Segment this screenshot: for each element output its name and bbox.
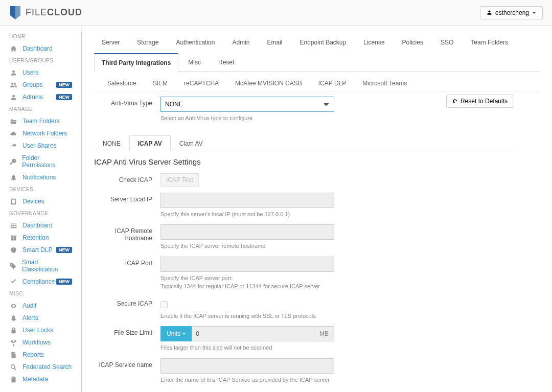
sidebar-item-smart-dlp[interactable]: Smart DLPNEW <box>0 244 81 256</box>
service-name-label: ICAP Service name <box>94 358 160 368</box>
refresh-icon <box>452 98 458 104</box>
sidebar-item-reports[interactable]: Reports <box>0 349 81 361</box>
user-menu-button[interactable]: esthercheng <box>480 6 543 19</box>
sidebar-item-metadata[interactable]: Metadata <box>0 373 81 385</box>
secure-icap-help: Enable if the ICAP server is running wit… <box>160 312 334 320</box>
sidebar-item-workflows[interactable]: Workflows <box>0 336 81 349</box>
archive-icon <box>9 235 17 241</box>
sidebar-section-header: GOVERNANCE <box>0 207 81 219</box>
sidebar-item-audit[interactable]: Audit <box>0 299 81 312</box>
secure-icap-checkbox[interactable] <box>160 301 168 308</box>
columns-icon <box>9 222 17 229</box>
inner-tab-none[interactable]: NONE <box>94 135 129 151</box>
user-icon <box>9 70 17 76</box>
icap-host-label: ICAP Remote Hostname <box>94 224 160 242</box>
tab-admin[interactable]: Admin <box>224 33 257 51</box>
file-size-input[interactable] <box>192 326 314 341</box>
sidebar-item-dashboard[interactable]: Dashboard <box>0 219 81 232</box>
sidebar-item-label: User Shares <box>22 142 57 149</box>
sidebar-section-header: MANAGE <box>0 103 81 115</box>
flow-icon <box>9 339 17 346</box>
sidebar-item-user-shares[interactable]: User Shares <box>0 140 81 152</box>
subtab-recaptcha[interactable]: reCAPTCHA <box>177 76 226 91</box>
share-icon <box>9 143 17 149</box>
sidebar-item-admins[interactable]: AdminsNEW <box>0 91 81 103</box>
tab-endpoint-backup[interactable]: Endpoint Backup <box>292 33 354 51</box>
tab-authentication[interactable]: Authentication <box>168 33 222 51</box>
sidebar-item-team-folders[interactable]: Team Folders <box>0 115 81 127</box>
reset-defaults-button[interactable]: Reset to Defaults <box>446 95 513 108</box>
home-icon <box>9 45 17 52</box>
subtab-microsoft-teams[interactable]: Microsoft Teams <box>355 76 414 91</box>
tab-server[interactable]: Server <box>94 33 127 51</box>
tab-misc[interactable]: Misc <box>180 53 209 72</box>
new-badge: NEW <box>56 94 72 100</box>
subtab-icap-dlp[interactable]: ICAP DLP <box>311 76 353 91</box>
folder-open-icon <box>9 118 17 125</box>
top-bar: FILECLOUD esthercheng <box>0 0 552 26</box>
sidebar-item-label: Notifications <box>22 174 56 181</box>
tab-policies[interactable]: Policies <box>395 33 431 51</box>
icap-port-help: Specify the ICAP server port. Typically … <box>160 274 334 291</box>
inner-tab-clam-av[interactable]: Clam AV <box>171 135 212 151</box>
sidebar-item-label: Metadata <box>22 376 48 383</box>
sidebar-item-folder-permissions[interactable]: Folder Permissions <box>0 152 81 171</box>
sidebar-section-header: DEVICES <box>0 183 81 195</box>
icap-port-input[interactable] <box>160 257 334 272</box>
subtab-salesforce[interactable]: Salesforce <box>100 76 144 91</box>
sidebar-item-alerts[interactable]: Alerts <box>0 312 81 324</box>
icap-host-help: Specify the ICAP server remote hostname <box>160 242 334 250</box>
sidebar-item-smart-classification[interactable]: Smart Classification <box>0 256 81 275</box>
eye-icon <box>9 303 17 309</box>
sidebar-item-compliance[interactable]: ComplianceNEW <box>0 275 81 288</box>
key-icon <box>9 158 17 165</box>
tab-sso[interactable]: SSO <box>433 33 461 51</box>
subtab-mcafee-mvision-casb[interactable]: McAfee MVISION CASB <box>228 76 309 91</box>
file-size-unit: MB <box>314 326 334 341</box>
debug-label: Enable Basic Debug Logging <box>94 390 160 392</box>
sidebar-item-network-folders[interactable]: Network Folders <box>0 127 81 140</box>
file-size-help: Files larger than this size will not be … <box>160 343 334 352</box>
server-ip-help: Specify this server's local IP (must not… <box>160 210 334 219</box>
sidebar-item-label: Smart DLP <box>22 246 53 253</box>
sidebar-item-federated-search[interactable]: Federated Search <box>0 361 81 373</box>
tab-reset[interactable]: Reset <box>211 53 242 72</box>
inner-tab-icap-av[interactable]: ICAP AV <box>129 135 171 151</box>
server-ip-label: Server Local IP <box>94 193 160 203</box>
av-type-help: Select an Anti-Virus type to configure <box>160 114 334 123</box>
icap-test-button[interactable]: ICAP Test <box>160 173 199 187</box>
sidebar-item-notifications[interactable]: Notifications <box>0 171 81 183</box>
tab-license[interactable]: License <box>356 33 392 51</box>
sidebar-item-users[interactable]: Users <box>0 66 81 79</box>
sidebar-item-groups[interactable]: GroupsNEW <box>0 79 81 91</box>
bell-icon <box>9 315 17 321</box>
sidebar-item-devices[interactable]: Devices <box>0 195 81 207</box>
subtab-siem[interactable]: SIEM <box>146 76 175 91</box>
tab-storage[interactable]: Storage <box>129 33 166 51</box>
service-name-input[interactable] <box>160 358 334 374</box>
sidebar-item-label: Alerts <box>22 314 38 321</box>
sidebar-item-label: Network Folders <box>22 130 67 137</box>
sidebar-item-label: Smart Classification <box>22 259 72 273</box>
icap-host-input[interactable] <box>160 224 334 240</box>
sidebar-item-user-locks[interactable]: User Locks <box>0 324 81 336</box>
av-type-select[interactable]: NONE <box>160 97 334 112</box>
lock-icon <box>9 327 17 334</box>
sidebar-item-label: Users <box>22 69 38 76</box>
sidebar-section-header: HOME <box>0 31 81 42</box>
logo-text: FILECLOUD <box>26 7 82 18</box>
tab-team-folders[interactable]: Team Folders <box>463 33 516 51</box>
units-dropdown-button[interactable]: Units <box>160 326 192 341</box>
sidebar-item-retention[interactable]: Retention <box>0 232 81 244</box>
tab-third-party-integrations[interactable]: Third Party Integrations <box>94 53 178 72</box>
sidebar-section-header: MISC. <box>0 288 81 299</box>
sidebar-item-label: Groups <box>22 81 42 88</box>
sidebar-item-dashboard[interactable]: Dashboard <box>0 42 81 55</box>
file-size-label: File Size Limit <box>94 326 160 336</box>
search-icon <box>9 364 17 371</box>
server-ip-input[interactable] <box>160 193 334 208</box>
sidebar-item-label: Federated Search <box>22 363 72 371</box>
tab-email[interactable]: Email <box>259 33 290 51</box>
user-name: esthercheng <box>495 9 529 16</box>
av-inner-tabs: NONEICAP AVClam AV <box>94 135 513 151</box>
